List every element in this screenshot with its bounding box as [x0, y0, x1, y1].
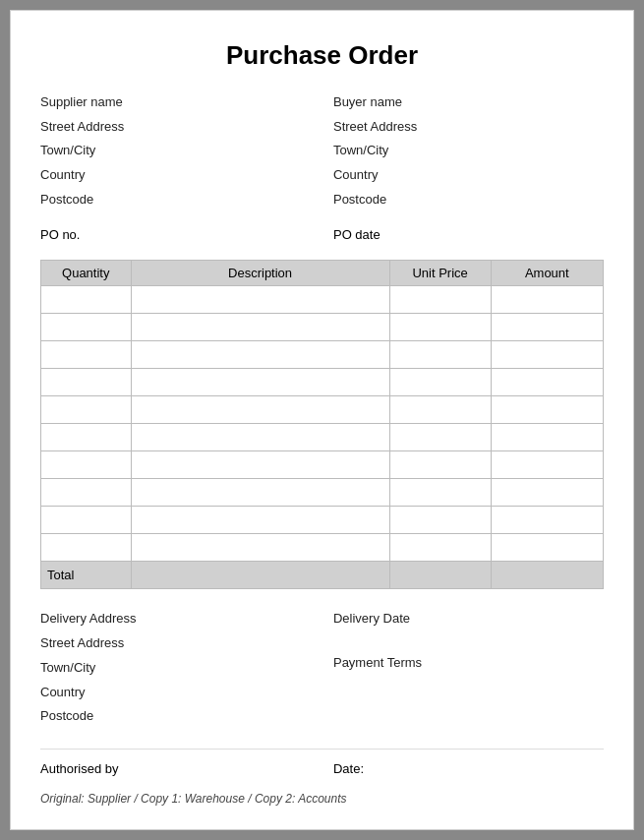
po-line: PO no. PO date — [40, 227, 604, 242]
table-row — [41, 534, 604, 562]
total-unitprice-cell — [389, 562, 491, 589]
delivery-address-col: Delivery Address Street Address Town/Cit… — [40, 607, 311, 728]
supplier-address-col: Supplier name Street Address Town/City C… — [40, 90, 311, 211]
footer-text: Original: Supplier / Copy 1: Warehouse /… — [40, 792, 604, 806]
col-header-quantity: Quantity — [41, 261, 132, 286]
payment-terms-label: Payment Terms — [333, 651, 604, 676]
table-row — [41, 479, 604, 507]
supplier-name-label: Supplier name — [40, 90, 311, 115]
buyer-town-label: Town/City — [333, 139, 604, 163]
table-row — [41, 507, 604, 534]
page-title: Purchase Order — [40, 40, 604, 71]
authorised-by-label: Authorised by — [40, 761, 311, 776]
table-header-row: Quantity Description Unit Price Amount — [41, 261, 604, 286]
table-row — [41, 286, 604, 314]
buyer-name-label: Buyer name — [333, 90, 604, 115]
auth-section: Authorised by Date: — [40, 749, 604, 776]
delivery-street-label: Street Address — [40, 631, 311, 656]
delivery-address-label: Delivery Address — [40, 607, 311, 631]
supplier-town-label: Town/City — [40, 139, 311, 163]
order-table: Quantity Description Unit Price Amount T… — [40, 260, 604, 589]
delivery-section: Delivery Address Street Address Town/Cit… — [40, 607, 604, 728]
table-row — [41, 369, 604, 396]
delivery-postcode-label: Postcode — [40, 704, 311, 729]
col-header-description: Description — [131, 261, 389, 286]
total-desc-cell — [131, 562, 389, 589]
delivery-country-label: Country — [40, 681, 311, 705]
supplier-country-label: Country — [40, 163, 311, 188]
table-row — [41, 341, 604, 369]
col-header-unitprice: Unit Price — [389, 261, 491, 286]
delivery-date-col: Delivery Date Payment Terms — [333, 607, 604, 728]
po-number-label: PO no. — [40, 227, 311, 242]
total-row: Total — [41, 562, 604, 589]
purchase-order-page: Purchase Order Supplier name Street Addr… — [10, 10, 634, 830]
buyer-street-label: Street Address — [333, 115, 604, 140]
table-row — [41, 451, 604, 479]
delivery-town-label: Town/City — [40, 656, 311, 681]
col-header-amount: Amount — [491, 261, 603, 286]
po-date-label: PO date — [333, 227, 604, 242]
delivery-date-label: Delivery Date — [333, 607, 604, 631]
buyer-postcode-label: Postcode — [333, 188, 604, 212]
auth-date-label: Date: — [333, 761, 604, 776]
table-row — [41, 396, 604, 424]
table-row — [41, 314, 604, 341]
address-section: Supplier name Street Address Town/City C… — [40, 90, 604, 211]
buyer-address-col: Buyer name Street Address Town/City Coun… — [333, 90, 604, 211]
supplier-street-label: Street Address — [40, 115, 311, 140]
supplier-postcode-label: Postcode — [40, 188, 311, 212]
buyer-country-label: Country — [333, 163, 604, 188]
total-amount-cell — [491, 562, 603, 589]
total-label: Total — [41, 562, 132, 589]
table-row — [41, 424, 604, 451]
